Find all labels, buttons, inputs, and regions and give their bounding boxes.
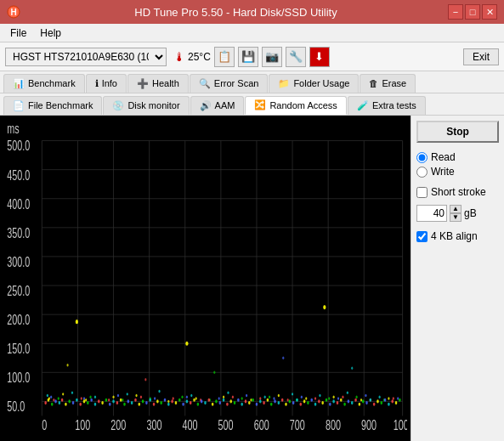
svg-point-185 — [289, 399, 292, 403]
tab-info[interactable]: ℹ Info — [86, 74, 127, 93]
toolbar-btn-2[interactable]: 💾 — [238, 47, 258, 67]
stroke-spinbox[interactable] — [416, 205, 447, 222]
menu-bar: File Help — [0, 24, 504, 42]
svg-point-186 — [292, 401, 295, 404]
svg-text:H: H — [10, 8, 16, 17]
svg-point-190 — [307, 401, 309, 404]
svg-text:200: 200 — [110, 417, 126, 433]
svg-point-159 — [193, 399, 195, 402]
menu-file[interactable]: File — [3, 25, 33, 41]
svg-point-132 — [94, 403, 97, 406]
svg-point-200 — [343, 403, 346, 406]
short-stroke-label[interactable]: Short stroke — [416, 186, 499, 198]
svg-text:300.0: 300.0 — [7, 253, 30, 269]
svg-point-149 — [156, 399, 159, 403]
erase-icon: 🗑 — [369, 78, 378, 88]
svg-point-170 — [234, 401, 236, 404]
align-label[interactable]: 4 KB align — [416, 230, 499, 242]
svg-point-58 — [360, 399, 362, 401]
tab-aam[interactable]: 🔊 AAM — [190, 96, 245, 115]
svg-point-128 — [79, 403, 82, 406]
svg-point-207 — [370, 399, 372, 402]
svg-point-146 — [145, 401, 148, 404]
svg-point-171 — [237, 399, 240, 402]
align-checkbox[interactable] — [416, 231, 428, 242]
svg-point-49 — [112, 396, 114, 399]
svg-point-109 — [319, 394, 320, 397]
svg-point-71 — [287, 399, 289, 401]
svg-point-100 — [47, 394, 48, 397]
toolbar: HGST HTS721010A9E630 (1000 gB) 🌡 25°C 📋 … — [0, 42, 504, 71]
short-stroke-checkbox[interactable] — [416, 187, 428, 198]
svg-point-211 — [384, 399, 387, 402]
svg-point-150 — [160, 401, 162, 404]
tab-disk-monitor[interactable]: 💿 Disk monitor — [103, 96, 189, 115]
svg-point-210 — [380, 401, 382, 404]
tab-extra-tests[interactable]: 🧪 Extra tests — [348, 96, 426, 115]
access-mode-group: Read Write — [416, 151, 499, 178]
toolbar-btn-4[interactable]: 🔧 — [286, 47, 306, 67]
info-icon: ℹ — [95, 78, 99, 89]
svg-point-160 — [197, 403, 200, 406]
svg-point-110 — [347, 391, 348, 393]
svg-point-183 — [281, 399, 284, 402]
svg-point-161 — [201, 399, 203, 403]
svg-point-72 — [314, 397, 316, 399]
svg-point-134 — [101, 401, 104, 404]
write-radio[interactable] — [416, 167, 428, 178]
svg-text:100: 100 — [75, 417, 90, 433]
tab-benchmark[interactable]: 📊 Benchmark — [3, 74, 85, 93]
svg-point-82 — [241, 397, 243, 399]
health-icon: ➕ — [137, 78, 149, 89]
toolbar-btn-5[interactable]: ⬇ — [309, 47, 330, 67]
svg-point-163 — [208, 399, 211, 402]
tab-random-access[interactable]: 🔀 Random Access — [245, 96, 346, 115]
tab-file-benchmark[interactable]: 📄 File Benchmark — [3, 96, 102, 115]
toolbar-btn-3[interactable]: 📷 — [262, 47, 282, 67]
drive-select[interactable]: HGST HTS721010A9E630 (1000 gB) — [5, 48, 167, 66]
svg-point-156 — [182, 403, 184, 406]
svg-point-193 — [318, 399, 320, 403]
svg-point-167 — [223, 399, 225, 402]
write-radio-label[interactable]: Write — [416, 166, 499, 178]
svg-point-143 — [134, 399, 137, 402]
stop-button[interactable]: Stop — [416, 121, 499, 143]
spin-up-button[interactable]: ▲ — [450, 205, 462, 213]
svg-point-158 — [190, 401, 192, 404]
window-title: HD Tune Pro 5.50 - Hard Disk/SSD Utility — [24, 6, 448, 19]
svg-point-83 — [269, 396, 270, 399]
tab-health[interactable]: ➕ Health — [127, 74, 189, 93]
extra-tests-icon: 🧪 — [357, 100, 369, 111]
close-button[interactable]: ✕ — [482, 4, 497, 20]
svg-text:150.0: 150.0 — [7, 341, 30, 357]
svg-point-89 — [83, 397, 85, 399]
spin-down-button[interactable]: ▼ — [450, 213, 462, 222]
main-content: ms 500.0 450.0 400.0 350.0 300.0 250.0 2… — [0, 116, 504, 441]
svg-point-208 — [373, 403, 376, 406]
read-radio[interactable] — [416, 152, 428, 163]
exit-button[interactable]: Exit — [463, 48, 499, 65]
svg-point-212 — [388, 403, 390, 406]
svg-point-148 — [153, 403, 156, 406]
toolbar-btn-1[interactable]: 📋 — [214, 47, 235, 67]
file-benchmark-icon: 📄 — [13, 100, 25, 111]
read-radio-label[interactable]: Read — [416, 151, 499, 163]
svg-text:1000gB: 1000gB — [394, 417, 407, 433]
svg-point-181 — [274, 399, 276, 403]
svg-point-98 — [365, 394, 366, 397]
tab-erase[interactable]: 🗑 Erase — [360, 74, 416, 93]
svg-point-173 — [245, 399, 247, 403]
svg-point-103 — [127, 393, 128, 395]
svg-text:800: 800 — [326, 417, 341, 433]
minimize-button[interactable]: − — [448, 4, 463, 20]
maximize-button[interactable]: □ — [465, 4, 480, 20]
menu-help[interactable]: Help — [33, 25, 68, 41]
svg-point-57 — [333, 396, 335, 399]
tab-folder-usage[interactable]: 📁 Folder Usage — [269, 74, 359, 93]
temperature-display: 25°C — [188, 51, 211, 63]
tab-error-scan[interactable]: 🔍 Error Scan — [190, 74, 269, 93]
svg-point-127 — [76, 399, 78, 402]
svg-point-55 — [278, 394, 280, 397]
svg-point-86 — [356, 396, 358, 399]
svg-point-201 — [348, 399, 350, 403]
